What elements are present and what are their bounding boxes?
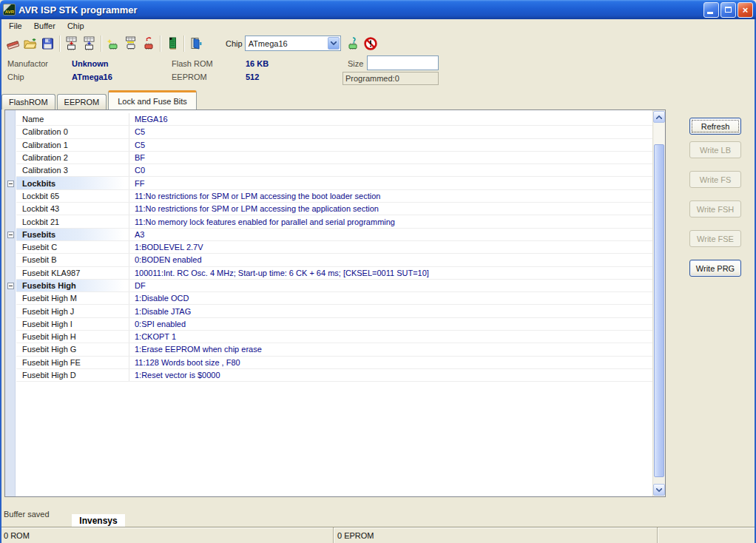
row-value: 11:128 Words boot size , F80 (129, 358, 652, 367)
erase-buffer-button[interactable] (4, 35, 21, 53)
status-pane: 0 EPROM (334, 527, 658, 543)
table-row[interactable]: Fusebit High I 0:SPI enabled (5, 318, 652, 331)
toolbar: Chip ATmega16 (1, 33, 755, 54)
chevron-down-icon[interactable] (328, 37, 340, 50)
row-name: Calibration 2 (16, 152, 129, 163)
close-icon: × (743, 5, 749, 15)
erase-chip-button[interactable] (140, 35, 158, 53)
scroll-up-button[interactable] (653, 111, 665, 123)
table-row[interactable]: Fusebit High J 1:Disable JTAG (5, 305, 652, 317)
scrollbar-track[interactable] (654, 123, 664, 144)
read-flash-buffer-button[interactable] (63, 35, 81, 53)
table-row[interactable]: Calibration 0 C5 (5, 126, 652, 138)
action-button[interactable]: Write FSH (689, 200, 741, 217)
row-value: C5 (129, 127, 652, 136)
row-value: 0:BODEN enabled (129, 255, 652, 264)
action-button[interactable]: Refresh (689, 118, 741, 135)
open-file-button[interactable] (21, 35, 39, 53)
tab[interactable]: EEPROM (57, 94, 107, 109)
minimize-button[interactable] (703, 2, 719, 18)
action-button-panel: Refresh Write LB Write FS Write FSH Writ… (666, 109, 755, 497)
size-input[interactable] (367, 55, 439, 70)
table-row[interactable]: Calibration 3 C0 (5, 164, 652, 177)
row-value: 11:No restrictions for SPM or LPM access… (129, 204, 652, 213)
verify-chip-button[interactable] (104, 35, 122, 53)
eeprom-value: 512 (246, 72, 259, 81)
table-rows: Name MEGA16 Calibration 0 C5 Calibration… (5, 113, 652, 382)
table-row[interactable]: Lockbit 43 11:No restrictions for SPM or… (5, 203, 652, 215)
close-button[interactable]: × (738, 2, 753, 18)
table-row[interactable]: Fusebits A3 (5, 229, 652, 241)
row-value: C5 (129, 141, 652, 149)
row-value: 1:Reset vector is $0000 (129, 371, 652, 380)
table-row[interactable]: Fusebit High G 1:Erase EEPROM when chip … (5, 343, 652, 356)
table-row[interactable]: Fusebit C 1:BODLEVEL 2.7V (5, 241, 652, 254)
scroll-down-button[interactable] (653, 484, 665, 496)
row-value: FF (129, 179, 652, 188)
table-row[interactable]: Fusebit KLA987 100011:Int. RC Osc. 4 MHz… (5, 267, 652, 280)
menu-item[interactable]: Chip (61, 20, 90, 32)
tab[interactable]: Lock and Fuse Bits (108, 90, 197, 109)
vertical-scrollbar[interactable] (652, 110, 665, 496)
row-value: 1:Disable OCD (129, 294, 652, 303)
size-label: Size (348, 59, 363, 68)
row-value: 100011:Int. RC Osc. 4 MHz; Start-up time… (129, 269, 652, 277)
action-button[interactable]: Write LB (689, 141, 741, 158)
detect-chip-button[interactable] (344, 35, 362, 53)
action-button[interactable]: Write FS (689, 171, 741, 188)
chip-select[interactable]: ATmega16 (245, 36, 341, 51)
row-value: DF (129, 281, 652, 290)
row-name: Lockbits (16, 177, 129, 189)
scrollbar-thumb[interactable] (654, 144, 664, 477)
toolbar-separator (101, 36, 102, 52)
table-row[interactable]: Calibration 1 C5 (5, 139, 652, 152)
table-row[interactable]: Name MEGA16 (5, 113, 652, 126)
buffer-status-text: Buffer saved (4, 510, 50, 519)
app-icon: AVR (3, 4, 16, 16)
row-name: Calibration 1 (16, 139, 129, 151)
flash-rom-label: Flash ROM (172, 59, 213, 68)
manufactor-value: Unknown (72, 59, 109, 68)
program-buffer-chip-button[interactable] (122, 35, 140, 53)
action-button[interactable]: Write PRG (689, 260, 741, 277)
memory-module-button[interactable] (163, 35, 181, 53)
table-row[interactable]: Fusebit High M 1:Disable OCD (5, 292, 652, 305)
row-name: Fusebit High G (16, 343, 129, 355)
table-row[interactable]: Lockbit 21 11:No memory lock features en… (5, 215, 652, 228)
programmed-counter: Programmed:0 (342, 72, 439, 85)
status-pane: 0 ROM (0, 527, 334, 543)
eeprom-label: EEPROM (172, 72, 207, 81)
collapse-icon[interactable] (7, 232, 14, 238)
manufactor-label: Manufactor (7, 59, 48, 68)
table-row[interactable]: Fusebit High H 1:CKOPT 1 (5, 331, 652, 343)
collapse-icon[interactable] (7, 283, 14, 289)
tabstrip: FlashROM EEPROM Lock and Fuse Bits (1, 90, 755, 109)
restore-button[interactable] (720, 2, 736, 18)
table-row[interactable]: Lockbit 65 11:No restrictions for SPM or… (5, 190, 652, 203)
row-name: Lockbit 65 (16, 190, 129, 202)
exit-button[interactable] (187, 35, 205, 53)
collapse-icon[interactable] (7, 181, 14, 187)
row-value: 11:No restrictions for SPM or LPM access… (129, 192, 652, 200)
menu-item[interactable]: Buffer (28, 20, 61, 32)
table-row[interactable]: Lockbits FF (5, 177, 652, 189)
row-name: Fusebit High D (16, 369, 129, 381)
row-name: Fusebits (16, 229, 129, 240)
menu-item[interactable]: File (3, 20, 28, 32)
table-row[interactable]: Fusebit High D 1:Reset vector is $0000 (5, 369, 652, 382)
row-name: Name (16, 113, 129, 125)
table-row[interactable]: Fusebit B 0:BODEN enabled (5, 254, 652, 266)
tab[interactable]: FlashROM (1, 94, 55, 109)
row-value: 1:BODLEVEL 2.7V (129, 243, 652, 252)
action-button[interactable]: Write FSE (689, 230, 741, 247)
table-row[interactable]: Calibration 2 BF (5, 152, 652, 164)
device-info-panel: Manufactor Chip Unknown ATmega16 Flash R… (1, 54, 755, 90)
save-file-button[interactable] (39, 35, 57, 53)
row-name: Calibration 0 (16, 126, 129, 138)
table-row[interactable]: Fusebit High FE 11:128 Words boot size ,… (5, 357, 652, 369)
write-flash-buffer-button[interactable] (81, 35, 98, 53)
table-row[interactable]: Fusebits High DF (5, 280, 652, 292)
row-name: Fusebit B (16, 254, 129, 266)
window-title: AVR ISP STK programmer (18, 4, 702, 16)
cancel-operation-button[interactable] (362, 35, 379, 53)
